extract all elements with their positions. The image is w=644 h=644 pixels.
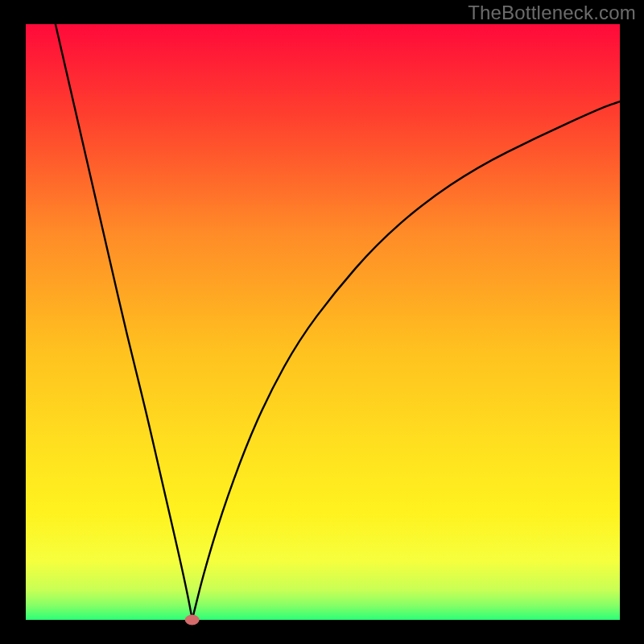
watermark-text: TheBottleneck.com: [468, 2, 636, 24]
chart-frame: TheBottleneck.com: [0, 0, 644, 644]
minimum-marker: [185, 615, 200, 625]
bottleneck-chart: [0, 0, 644, 644]
plot-background: [26, 24, 620, 620]
